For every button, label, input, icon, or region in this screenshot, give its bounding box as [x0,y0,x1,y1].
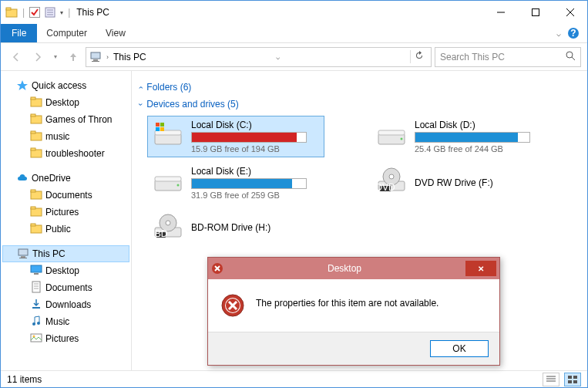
label: Pictures [45,207,79,218]
svg-rect-29 [31,207,35,209]
dialog-title-bar[interactable]: Desktop ✕ [208,258,499,279]
sidebar-this-pc[interactable]: This PC [2,245,129,262]
folder-icon [30,298,42,312]
qat-dropdown-icon[interactable]: ▾ [60,9,63,16]
svg-point-61 [389,174,394,179]
breadcrumb-separator-icon[interactable]: › [106,53,109,61]
free-space-label: 25.4 GB free of 244 GB [415,144,543,154]
breadcrumb-location[interactable]: This PC [113,52,146,62]
ribbon-right: ⌵ ? [556,24,587,42]
svg-rect-32 [18,249,28,255]
search-placeholder: Search This PC [440,52,505,62]
drive-icon: DVD [376,166,407,197]
nav-forward-button[interactable] [29,48,47,66]
sidebar-item[interactable]: Documents [2,187,129,204]
dialog-body: The properties for this item are not ava… [208,279,499,332]
drive-item[interactable]: BDBD-ROM Drive (H:) [147,208,324,247]
tab-file[interactable]: File [1,24,37,42]
status-item-count: 11 items [7,374,42,385]
sidebar-item[interactable]: Desktop [2,94,129,111]
free-space-label: 15.9 GB free of 194 GB [191,144,319,154]
status-bar: 11 items [1,370,587,387]
drive-item[interactable]: Local Disk (C:)15.9 GB free of 194 GB [147,116,324,157]
drive-icon [153,166,183,197]
svg-rect-54 [378,130,405,135]
svg-rect-13 [91,52,100,59]
svg-point-55 [401,138,403,140]
tab-computer[interactable]: Computer [37,24,96,42]
address-box[interactable]: › This PC ⌵ [86,47,432,67]
close-button[interactable] [553,1,587,24]
view-tiles-button[interactable] [564,373,581,386]
sidebar-onedrive[interactable]: OneDrive [2,170,129,187]
group-folders[interactable]: › Folders (6) [139,82,580,93]
label: Documents [45,190,92,201]
svg-rect-23 [31,131,35,133]
error-dialog: Desktop ✕ The properties for this item a… [207,257,500,366]
svg-rect-72 [568,376,572,379]
sidebar-item[interactable]: Pictures [2,204,129,221]
folder-icon [30,188,42,203]
svg-rect-57 [155,177,181,181]
drive-name: Local Disk (C:) [191,120,319,130]
minimize-button[interactable] [483,1,518,24]
label: OneDrive [32,173,71,184]
sidebar-item[interactable]: Documents [2,279,129,296]
folder-icon [30,315,42,329]
search-box[interactable]: Search This PC [435,47,581,67]
svg-rect-37 [32,282,40,292]
svg-rect-14 [93,59,98,61]
refresh-button[interactable] [410,50,428,63]
qat-separator: | [22,7,25,18]
svg-rect-41 [32,307,40,309]
label: Desktop [45,97,79,108]
svg-text:?: ? [570,28,576,39]
label: Games of Thron [45,114,112,125]
maximize-button[interactable] [518,1,553,24]
cloud-icon [16,172,29,184]
svg-text:DVD: DVD [376,182,395,193]
folder-icon [30,205,42,220]
folder-icon [30,147,42,161]
sidebar-item[interactable]: Music [2,313,129,330]
address-dropdown-icon[interactable]: ⌵ [273,53,283,61]
sidebar-item[interactable]: Pictures [2,330,129,347]
nav-back-button[interactable] [7,48,25,66]
nav-recent-dropdown[interactable]: ▾ [50,48,61,66]
svg-rect-19 [31,97,35,100]
dialog-close-button[interactable]: ✕ [465,261,496,276]
drive-item[interactable]: Local Disk (E:)31.9 GB free of 259 GB [147,162,324,204]
pc-icon [17,248,29,260]
title-bar: | ▾ | This PC [1,1,587,24]
group-devices[interactable]: › Devices and drives (5) [139,99,580,110]
tab-view[interactable]: View [96,24,135,42]
sidebar-item[interactable]: Public [2,221,129,238]
qat-checkbox-icon[interactable] [29,7,40,18]
svg-rect-8 [532,9,539,16]
sidebar-item[interactable]: Downloads [2,296,129,313]
label: This PC [32,248,66,259]
sidebar-item[interactable]: Games of Thron [2,111,129,128]
sidebar-item[interactable]: Desktop [2,262,129,279]
drive-item[interactable]: DVDDVD RW Drive (F:) [371,162,548,204]
svg-rect-33 [21,256,25,258]
qat-separator-2: | [68,7,70,18]
help-icon[interactable]: ? [567,27,580,39]
dialog-buttons: OK [208,332,499,365]
address-bar: ▾ › This PC ⌵ Search This PC [1,43,587,71]
svg-point-16 [566,52,573,58]
svg-rect-50 [160,123,164,127]
sidebar-quick-access[interactable]: Quick access [2,77,129,94]
navigation-pane: Quick access DesktopGames of Thronmusict… [1,71,132,370]
qat-properties-icon[interactable] [45,7,55,18]
view-details-button[interactable] [543,373,559,386]
search-icon[interactable] [565,50,576,63]
svg-rect-1 [6,8,11,10]
drive-item[interactable]: Local Disk (D:)25.4 GB free of 244 GB [371,116,548,157]
svg-rect-51 [156,127,160,131]
sidebar-item[interactable]: music [2,128,129,145]
ribbon-collapse-icon[interactable]: ⌵ [556,29,561,38]
sidebar-item[interactable]: troubleshooter [2,145,129,162]
dialog-ok-button[interactable]: OK [430,340,489,357]
nav-up-button[interactable] [64,48,82,66]
